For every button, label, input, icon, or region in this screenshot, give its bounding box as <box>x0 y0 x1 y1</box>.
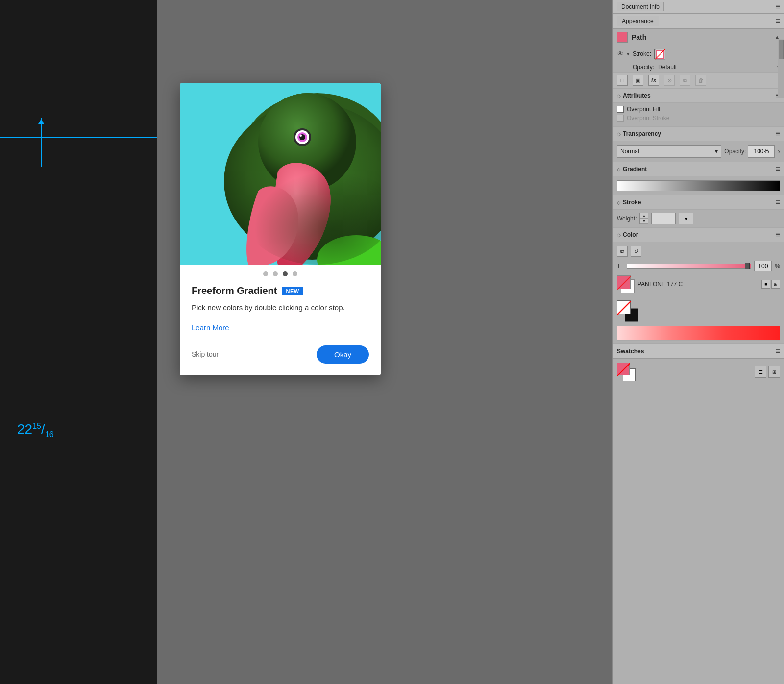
scrollbar-track[interactable] <box>778 39 784 98</box>
color-title: Color <box>623 231 776 238</box>
overprint-fill-label: Overprint Fill <box>627 106 660 113</box>
attributes-header: ◇ Attributes ≡ <box>613 89 784 103</box>
attributes-body: Overprint Fill Overprint Stroke <box>613 103 784 127</box>
gradient-section: ◇ Gradient ≡ <box>613 162 784 195</box>
add-stroke-button[interactable]: ▣ <box>633 75 643 86</box>
swatches-title: Swatches <box>617 348 776 355</box>
overprint-stroke-checkbox[interactable] <box>617 115 624 122</box>
stroke-row: 👁 ▾ Stroke: <box>613 46 784 62</box>
stroke-section-diamond-icon: ◇ <box>617 200 621 205</box>
swatches-header: Swatches ≡ <box>613 344 784 359</box>
canvas-dark-bg <box>0 0 157 684</box>
swatches-front-swatch[interactable] <box>617 363 630 375</box>
swatches-swatch-group <box>617 363 636 381</box>
spinner-buttons: ▲ ▼ <box>639 213 648 224</box>
gradient-bar[interactable] <box>617 180 780 191</box>
gradient-menu-icon[interactable]: ≡ <box>776 165 780 173</box>
opacity-label: Opacity: <box>633 64 654 71</box>
pantone-swatch-front[interactable] <box>617 275 631 289</box>
modal-footer: Skip tour Okay <box>192 342 369 366</box>
stroke-section: ◇ Stroke ≡ Weight: ▲ ▼ ▾ <box>613 195 784 228</box>
canvas-guide-v <box>41 118 42 167</box>
appearance-menu-icon[interactable]: ≡ <box>776 17 780 25</box>
color-diamond-icon: ◇ <box>617 232 621 238</box>
tint-slider[interactable] <box>627 264 751 269</box>
opacity-input-field[interactable] <box>748 145 775 158</box>
canvas-guide-h <box>0 137 157 138</box>
new-badge: NEW <box>282 287 303 295</box>
tint-label: T <box>617 263 624 269</box>
color-section: ◇ Color ≡ ⧉ ↺ T % <box>613 228 784 344</box>
spinner-up-button[interactable]: ▲ <box>640 213 648 219</box>
blend-mode-dropdown[interactable]: Normal ▾ <box>617 145 721 158</box>
tint-percent-label: % <box>775 263 780 269</box>
swatches-menu-icon[interactable]: ≡ <box>776 347 780 356</box>
modal-title-row: Freeform Gradient NEW <box>192 285 369 296</box>
stroke-section-title: Stroke <box>623 199 776 206</box>
stroke-swatch[interactable] <box>654 49 665 59</box>
gradient-bar-container <box>613 176 784 195</box>
color-mode-square-button[interactable]: ■ <box>761 280 770 289</box>
weight-input-field[interactable] <box>651 213 676 224</box>
spinner-down-button[interactable]: ▼ <box>640 219 648 224</box>
color-swap-icon[interactable]: ↺ <box>631 246 641 257</box>
weight-spinner: ▲ ▼ <box>639 213 648 224</box>
stroke-slash-swatch[interactable] <box>617 300 631 314</box>
modal-image <box>180 83 381 265</box>
blend-mode-value: Normal <box>620 148 639 155</box>
tint-thumb[interactable] <box>745 263 750 269</box>
weight-unit-dropdown[interactable]: ▾ <box>679 213 693 224</box>
pantone-name-label: PANTONE 177 C <box>637 281 759 288</box>
swatches-view-buttons: ☰ ⊞ <box>755 366 780 378</box>
swatches-list-view-button[interactable]: ☰ <box>755 366 766 378</box>
canvas-arrow-indicator <box>38 119 44 124</box>
swatches-body: ☰ ⊞ <box>613 359 784 385</box>
transparency-body: Normal ▾ Opacity: › <box>613 141 784 162</box>
path-row: Path ▲ <box>613 29 784 46</box>
skip-tour-button[interactable]: Skip tour <box>192 350 219 358</box>
dot-4[interactable] <box>293 271 297 276</box>
weight-label: Weight: <box>617 215 637 222</box>
dot-3[interactable] <box>283 271 288 276</box>
attributes-title: Attributes <box>623 92 776 99</box>
stroke-visibility-icon[interactable]: 👁 <box>617 50 624 58</box>
appearance-tab[interactable]: Appearance <box>617 16 659 26</box>
pantone-swatch-group <box>617 275 635 293</box>
overprint-fill-checkbox[interactable] <box>617 106 624 113</box>
pantone-slash-svg <box>617 276 631 290</box>
color-menu-icon[interactable]: ≡ <box>776 230 780 239</box>
modal-carousel-dots <box>180 265 381 280</box>
dot-2[interactable] <box>273 271 278 276</box>
okay-button[interactable]: Okay <box>317 345 369 364</box>
add-fill-button[interactable]: □ <box>617 75 628 86</box>
doc-info-menu-icon[interactable]: ≡ <box>776 2 780 11</box>
transparency-chevron-right-icon[interactable]: › <box>778 147 780 155</box>
svg-point-9 <box>300 135 302 137</box>
color-mode-grid-button[interactable]: ⊞ <box>771 280 780 289</box>
tint-value-input[interactable] <box>754 261 772 271</box>
weight-unit-chevron-icon: ▾ <box>685 215 688 222</box>
transparency-header: ◇ Transparency ≡ <box>613 127 784 141</box>
weight-row: Weight: ▲ ▼ ▾ <box>613 210 784 228</box>
scrollbar-thumb[interactable] <box>779 40 784 59</box>
svg-line-17 <box>617 363 630 376</box>
stroke-chevron-icon[interactable]: ▾ <box>627 51 630 57</box>
pink-gradient-bar <box>617 326 780 341</box>
doc-info-tab[interactable]: Document Info <box>617 2 664 11</box>
path-color-swatch[interactable] <box>617 32 628 43</box>
toolbar-row: □ ▣ fx ⊘ ⧉ 🗑 <box>613 73 784 89</box>
modal-dialog: Freeform Gradient NEW Pick new colors by… <box>180 83 381 375</box>
overprint-stroke-label: Overprint Stroke <box>627 115 669 122</box>
stroke-label: Stroke: <box>633 50 651 57</box>
modal-description: Pick new colors by double clicking a col… <box>192 302 369 314</box>
modal-body: Freeform Gradient NEW Pick new colors by… <box>180 280 381 375</box>
learn-more-link[interactable]: Learn More <box>192 323 369 332</box>
fx-button[interactable]: fx <box>648 75 659 86</box>
color-tools-row: ⧉ ↺ <box>617 246 780 257</box>
stroke-section-menu-icon[interactable]: ≡ <box>776 198 780 207</box>
stroke-section-header: ◇ Stroke ≡ <box>613 195 784 210</box>
transparency-menu-icon[interactable]: ≡ <box>776 129 780 138</box>
color-pages-icon[interactable]: ⧉ <box>617 246 628 257</box>
swatches-grid-view-button[interactable]: ⊞ <box>768 366 780 378</box>
dot-1[interactable] <box>263 271 268 276</box>
